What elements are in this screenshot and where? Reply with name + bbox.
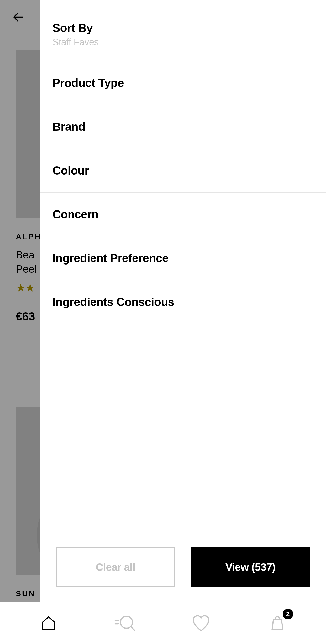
filter-title: Product Type [52,76,313,89]
filter-row-ingredient-preference[interactable]: Ingredient Preference [40,236,326,280]
search-list-icon [114,614,135,632]
filter-title: Brand [52,120,313,133]
nav-wishlist[interactable] [191,613,212,634]
filter-current-value: Staff Faves [52,37,313,48]
filter-row-ingredients-conscious[interactable]: Ingredients Conscious [40,280,326,324]
heart-icon [191,613,211,633]
bottom-navigation: 2 [0,602,326,644]
filter-row-brand[interactable]: Brand [40,105,326,149]
filter-title: Ingredient Preference [52,252,313,265]
nav-bag[interactable]: 2 [267,613,288,634]
clear-all-button[interactable]: Clear all [56,547,175,587]
filter-title: Concern [52,208,313,221]
bag-icon [269,615,286,631]
filter-panel: Sort By Staff Faves Product Type Brand C… [40,0,326,602]
filter-title: Sort By [52,22,313,35]
filter-row-sort-by[interactable]: Sort By Staff Faves [40,0,326,61]
home-icon [40,615,57,631]
filter-list: Sort By Staff Faves Product Type Brand C… [40,0,326,547]
svg-line-4 [131,627,135,630]
filter-row-product-type[interactable]: Product Type [40,61,326,105]
nav-home[interactable] [38,613,59,634]
bag-count-badge: 2 [283,609,293,619]
filter-row-concern[interactable]: Concern [40,193,326,236]
filter-title: Ingredients Conscious [52,295,313,309]
nav-search[interactable] [114,613,135,634]
view-results-button[interactable]: View (537) [191,547,310,587]
filter-title: Colour [52,164,313,177]
filter-footer: Clear all View (537) [40,547,326,602]
filter-row-colour[interactable]: Colour [40,149,326,193]
